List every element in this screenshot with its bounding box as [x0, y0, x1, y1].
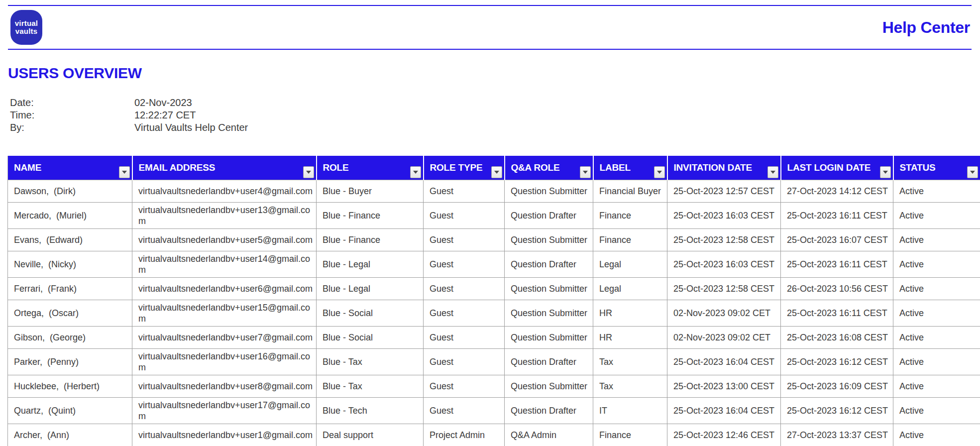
filter-dropdown-status[interactable] [967, 166, 978, 178]
meta-label-date: Date: [10, 97, 134, 109]
chevron-down-icon [306, 171, 311, 174]
cell-last-login-date: 25-Oct-2023 16:12 CEST [781, 348, 893, 375]
filter-dropdown-role-type[interactable] [491, 166, 502, 178]
filter-dropdown-label[interactable] [654, 166, 665, 178]
page-title: USERS OVERVIEW [8, 65, 980, 82]
cell-qa-role: Question Submitter [505, 180, 593, 202]
cell-invitation-date: 02-Nov-2023 09:02 CET [667, 326, 781, 348]
chevron-down-icon [413, 171, 418, 174]
cell-email-address: virtualvaultsnederlandbv+user14@gmail.co… [132, 251, 317, 277]
table-row: Gibson, (George)virtualvaultsnederlandbv… [8, 326, 980, 348]
virtual-vaults-logo: virtual vaults [10, 10, 42, 45]
cell-qa-role: Question Drafter [505, 251, 593, 277]
cell-role: Blue - Social [317, 326, 424, 348]
cell-invitation-date: 25-Oct-2023 12:46 CEST [667, 424, 781, 446]
cell-status: Active [893, 326, 980, 348]
filter-dropdown-invitation-date[interactable] [767, 166, 778, 178]
cell-label: Legal [593, 277, 667, 300]
cell-name: Dawson, (Dirk) [8, 180, 132, 202]
filter-dropdown-role[interactable] [410, 166, 421, 178]
cell-label: Finance [593, 202, 667, 228]
cell-name: Hucklebee, (Herbert) [8, 375, 132, 397]
cell-last-login-date: 25-Oct-2023 16:11 CEST [781, 300, 893, 326]
filter-dropdown-last-login-date[interactable] [880, 166, 891, 178]
filter-dropdown-name[interactable] [119, 166, 130, 178]
cell-label: Finance [593, 424, 667, 446]
cell-label: Tax [593, 375, 667, 397]
cell-role: Blue - Legal [317, 277, 424, 300]
meta-value-by: Virtual Vaults Help Center [134, 121, 980, 134]
cell-role-type: Guest [424, 180, 505, 202]
column-header-label: STATUS [900, 162, 936, 173]
filter-dropdown-email-address[interactable] [303, 166, 314, 178]
column-header-label: ROLE [323, 162, 349, 173]
cell-qa-role: Question Submitter [505, 375, 593, 397]
cell-last-login-date: 25-Oct-2023 16:12 CEST [781, 397, 893, 424]
cell-label: Finance [593, 228, 667, 251]
cell-invitation-date: 25-Oct-2023 12:58 CEST [667, 277, 781, 300]
column-header-label: LAST LOGIN DATE [787, 162, 871, 173]
cell-last-login-date: 25-Oct-2023 16:08 CEST [781, 326, 893, 348]
column-header-label: NAME [14, 162, 41, 173]
cell-name: Gibson, (George) [8, 326, 132, 348]
cell-last-login-date: 25-Oct-2023 16:11 CEST [781, 251, 893, 277]
cell-role-type: Guest [424, 277, 505, 300]
column-header-label: ROLE TYPE [430, 162, 483, 173]
cell-qa-role: Question Submitter [505, 300, 593, 326]
table-row: Neville, (Nicky)virtualvaultsnederlandbv… [8, 251, 980, 277]
cell-role: Blue - Legal [317, 251, 424, 277]
cell-last-login-date: 25-Oct-2023 16:09 CEST [781, 375, 893, 397]
cell-name: Ortega, (Oscar) [8, 300, 132, 326]
cell-role: Blue - Buyer [317, 180, 424, 202]
cell-invitation-date: 25-Oct-2023 16:04 CEST [667, 348, 781, 375]
cell-status: Active [893, 202, 980, 228]
meta-label-time: Time: [10, 109, 134, 121]
cell-status: Active [893, 397, 980, 424]
cell-invitation-date: 02-Nov-2023 09:02 CET [667, 300, 781, 326]
cell-email-address: virtualvaultsnederlandbv+user8@gmail.com [132, 375, 317, 397]
cell-role: Blue - Tax [317, 348, 424, 375]
cell-invitation-date: 25-Oct-2023 12:58 CEST [667, 228, 781, 251]
cell-invitation-date: 25-Oct-2023 16:04 CEST [667, 397, 781, 424]
meta-row-date: Date: 02-Nov-2023 [10, 97, 980, 109]
chevron-down-icon [122, 171, 127, 174]
cell-qa-role: Question Drafter [505, 348, 593, 375]
cell-label: IT [593, 397, 667, 424]
cell-role: Blue - Tech [317, 397, 424, 424]
cell-last-login-date: 25-Oct-2023 16:07 CEST [781, 228, 893, 251]
cell-email-address: virtualvaultsnederlandbv+user13@gmail.co… [132, 202, 317, 228]
cell-name: Archer, (Ann) [8, 424, 132, 446]
filter-dropdown-qa-role[interactable] [580, 166, 591, 178]
table-row: Ferrari, (Frank)virtualvaultsnederlandbv… [8, 277, 980, 300]
column-header-role: ROLE [317, 156, 424, 180]
column-header-label: EMAIL ADDRESS [139, 162, 216, 173]
meta-row-by: By: Virtual Vaults Help Center [10, 121, 980, 134]
cell-last-login-date: 25-Oct-2023 16:11 CEST [781, 202, 893, 228]
cell-last-login-date: 26-Oct-2023 10:56 CEST [781, 277, 893, 300]
cell-email-address: virtualvaultsnederlandbv+user15@gmail.co… [132, 300, 317, 326]
column-header-email-address: EMAIL ADDRESS [132, 156, 317, 180]
cell-role-type: Guest [424, 300, 505, 326]
cell-invitation-date: 25-Oct-2023 16:03 CEST [667, 251, 781, 277]
cell-name: Quartz, (Quint) [8, 397, 132, 424]
meta-value-date: 02-Nov-2023 [134, 97, 980, 109]
cell-role: Blue - Finance [317, 228, 424, 251]
cell-status: Active [893, 300, 980, 326]
cell-role-type: Guest [424, 348, 505, 375]
table-row: Evans, (Edward)virtualvaultsnederlandbv+… [8, 228, 980, 251]
table-row: Archer, (Ann)virtualvaultsnederlandbv+us… [8, 424, 980, 446]
cell-status: Active [893, 348, 980, 375]
table-row: Mercado, (Muriel)virtualvaultsnederlandb… [8, 202, 980, 228]
table-row: Hucklebee, (Herbert)virtualvaultsnederla… [8, 375, 980, 397]
table-row: Dawson, (Dirk)virtualvaultsnederlandbv+u… [8, 180, 980, 202]
cell-status: Active [893, 375, 980, 397]
cell-last-login-date: 27-Oct-2023 13:37 CEST [781, 424, 893, 446]
cell-last-login-date: 27-Oct-2023 14:12 CEST [781, 180, 893, 202]
cell-role: Blue - Finance [317, 202, 424, 228]
table-row: Ortega, (Oscar)virtualvaultsnederlandbv+… [8, 300, 980, 326]
cell-name: Evans, (Edward) [8, 228, 132, 251]
cell-status: Active [893, 251, 980, 277]
help-center-link[interactable]: Help Center [882, 18, 970, 37]
chevron-down-icon [770, 171, 775, 174]
column-header-name: NAME [8, 156, 132, 180]
